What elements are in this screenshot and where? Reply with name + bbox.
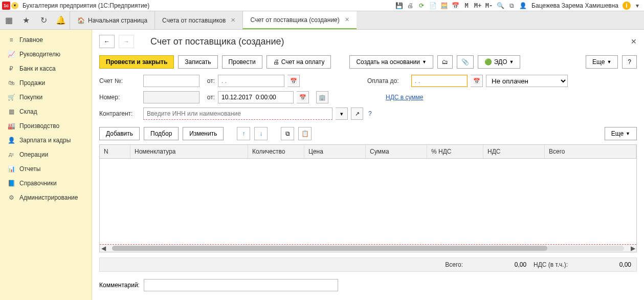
document-date-input[interactable] <box>218 91 294 103</box>
create-based-on-button[interactable]: Создать на основании▼ <box>349 55 433 69</box>
move-down-button[interactable]: ↓ <box>254 127 268 140</box>
sidebar-item-label: Покупки <box>19 94 42 101</box>
favorites-icon[interactable]: ★ <box>17 11 35 29</box>
print-icon[interactable]: 🖨 <box>406 1 415 10</box>
account-date-input[interactable] <box>218 75 284 87</box>
info-icon[interactable]: i <box>623 2 631 10</box>
post-and-close-button[interactable]: Провести и закрыть <box>99 55 174 69</box>
attach-button[interactable]: 📎 <box>457 55 474 69</box>
write-button[interactable]: Записать <box>178 55 217 69</box>
account-no-label: Счет №: <box>99 77 140 84</box>
refresh-icon[interactable]: ⟳ <box>417 1 426 10</box>
edit-button[interactable]: Изменить <box>183 127 224 140</box>
sidebar-item-reports[interactable]: 📊Отчеты <box>0 162 92 176</box>
number-input[interactable] <box>143 91 199 103</box>
sidebar-item-catalogs[interactable]: 📘Справочники <box>0 176 92 190</box>
memory-m-button[interactable]: M <box>462 1 471 10</box>
col-price[interactable]: Цена <box>304 145 366 158</box>
payment-until-label: Оплата до: <box>367 77 408 84</box>
col-n[interactable]: N <box>100 145 130 158</box>
history-icon[interactable]: ↻ <box>35 11 52 29</box>
sidebar-item-main[interactable]: ≡Главное <box>0 33 92 47</box>
memory-mminus-button[interactable]: M- <box>484 1 494 10</box>
items-table: N Номенклатура Количество Цена Сумма % Н… <box>99 144 637 252</box>
page-close-button[interactable]: ✕ <box>631 37 637 46</box>
col-quantity[interactable]: Количество <box>248 145 304 158</box>
add-row-button[interactable]: Добавить <box>99 127 140 140</box>
calendar-icon[interactable]: 📅 <box>451 1 460 10</box>
search-icon[interactable]: 🔍 <box>496 1 505 10</box>
select-button[interactable]: Подбор <box>144 127 179 140</box>
vat-mode-link[interactable]: НДС в сумме <box>386 94 424 101</box>
col-vat[interactable]: НДС <box>483 145 545 158</box>
edo-button[interactable]: 🟢ЭДО▼ <box>478 55 521 69</box>
table-body[interactable] <box>100 159 636 245</box>
open-card-icon[interactable]: ↗ <box>351 108 363 120</box>
structure-button[interactable]: 🗂 <box>437 55 453 69</box>
print-invoice-button[interactable]: 🖨Счет на оплату <box>267 55 331 69</box>
help-button[interactable]: ? <box>622 55 637 69</box>
col-vat-rate[interactable]: % НДС <box>427 145 483 158</box>
scroll-left-icon[interactable]: ◀ <box>100 245 107 252</box>
bag-icon: 🛍 <box>7 79 15 87</box>
paste-button[interactable]: 📋 <box>298 127 312 140</box>
tab-label: Счет от поставщика (создание) <box>250 16 339 24</box>
tab-supplier-invoices[interactable]: Счета от поставщиков ✕ <box>154 11 242 29</box>
comment-input[interactable] <box>144 279 338 291</box>
move-up-button[interactable]: ↑ <box>237 127 250 140</box>
user-name[interactable]: Бацежева Зарема Хамишевна <box>531 2 618 9</box>
chevron-down-icon[interactable]: ▾ <box>336 108 348 120</box>
nav-forward-button[interactable]: → <box>119 35 134 48</box>
tab-supplier-invoice-create[interactable]: Счет от поставщика (создание) ✕ <box>242 11 356 29</box>
save-icon[interactable]: 💾 <box>394 1 404 10</box>
calendar-icon[interactable]: 📅 <box>287 75 300 87</box>
calculator-icon[interactable]: 🧮 <box>439 1 449 10</box>
apps-grid-icon[interactable]: ▦ <box>0 11 17 29</box>
memory-mplus-button[interactable]: M+ <box>473 1 482 10</box>
help-icon[interactable]: ? <box>368 110 372 117</box>
sidebar-item-salary[interactable]: 👤Зарплата и кадры <box>0 133 92 147</box>
col-total[interactable]: Всего <box>545 145 636 158</box>
factory-icon: 🏭 <box>7 122 15 130</box>
table-more-button[interactable]: Еще▼ <box>605 127 637 140</box>
account-no-input[interactable] <box>143 75 199 87</box>
payment-status-select[interactable]: Не оплачен <box>486 75 568 87</box>
tab-home[interactable]: 🏠 Начальная страница <box>70 11 154 29</box>
contragent-input[interactable] <box>143 108 332 120</box>
close-icon[interactable]: ✕ <box>345 16 349 23</box>
btn-label: Счет на оплату <box>281 58 325 66</box>
calendar-icon[interactable]: 📅 <box>297 91 309 103</box>
org-button[interactable]: 🏢 <box>316 91 328 103</box>
document-icon[interactable]: 📄 <box>428 1 437 10</box>
total-value: 0,00 <box>470 261 526 268</box>
sidebar-item-manager[interactable]: 📈Руководителю <box>0 47 92 61</box>
close-icon[interactable]: ✕ <box>231 17 235 24</box>
horizontal-scrollbar[interactable]: ◀ ▶ <box>100 245 636 252</box>
col-nomenclature[interactable]: Номенклатура <box>130 145 248 158</box>
sidebar-item-sales[interactable]: 🛍Продажи <box>0 76 92 90</box>
notifications-icon[interactable]: 🔔 <box>52 11 70 29</box>
sidebar-item-purchases[interactable]: 🛒Покупки <box>0 90 92 104</box>
scroll-right-icon[interactable]: ▶ <box>629 245 636 252</box>
post-button[interactable]: Провести <box>222 55 262 69</box>
more-button[interactable]: Еще▼ <box>586 55 618 69</box>
calendar-icon[interactable]: 📅 <box>471 75 483 87</box>
payment-until-input[interactable] <box>411 75 468 87</box>
sidebar-item-warehouse[interactable]: ▦Склад <box>0 104 92 119</box>
app-menu-dropdown[interactable]: ▾ <box>11 2 18 9</box>
sidebar-item-production[interactable]: 🏭Производство <box>0 119 92 133</box>
total-label: Всего: <box>445 261 463 268</box>
sidebar-item-operations[interactable]: ДтОперации <box>0 147 92 162</box>
copy-button[interactable]: ⧉ <box>281 127 294 140</box>
col-sum[interactable]: Сумма <box>366 145 427 158</box>
minimize-button[interactable]: ▾ <box>633 1 642 10</box>
tree-icon: 🗂 <box>442 58 448 66</box>
btn-label: Провести и закрыть <box>106 58 167 66</box>
sidebar-item-admin[interactable]: ⚙Администрирование <box>0 190 92 205</box>
sidebar-item-bank[interactable]: ₽Банк и касса <box>0 61 92 76</box>
btn-label: Записать <box>185 58 211 66</box>
book-icon: 📘 <box>7 180 15 187</box>
scroll-thumb[interactable] <box>112 246 547 251</box>
nav-back-button[interactable]: ← <box>99 35 115 48</box>
panel-icon[interactable]: ⧉ <box>507 1 516 10</box>
